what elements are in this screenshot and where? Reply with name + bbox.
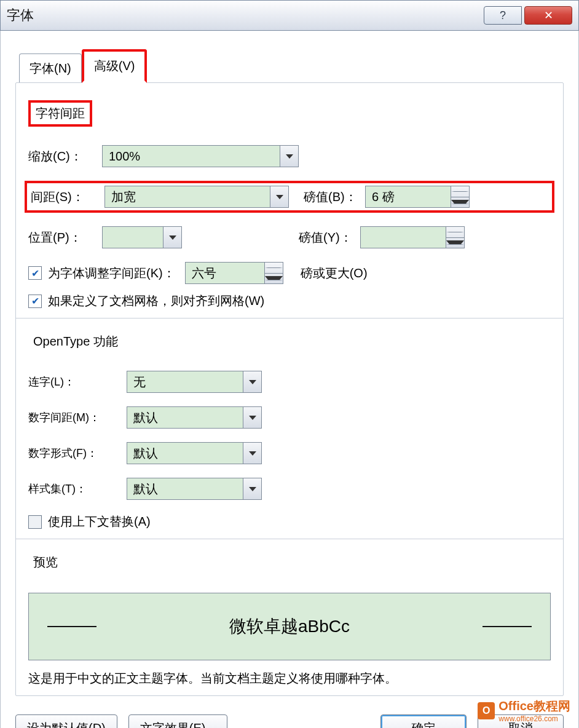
ligatures-combo[interactable]: 无: [127, 371, 262, 393]
num-form-label: 数字形式(F)：: [28, 446, 127, 461]
num-form-value: 默认: [127, 443, 243, 464]
by-y-value: [361, 227, 446, 248]
kerning-label: 为字体调整字间距(K)：: [48, 265, 175, 282]
spin-up-icon[interactable]: [446, 227, 464, 238]
ok-button[interactable]: 确定: [380, 714, 467, 728]
style-set-combo[interactable]: 默认: [127, 478, 262, 500]
dialog-panel: 字符间距 缩放(C)： 100% 间距(S)： 加宽 磅值(B)： 6 磅: [15, 82, 564, 696]
section-char-spacing: 字符间距: [28, 100, 92, 127]
num-spacing-combo[interactable]: 默认: [127, 406, 262, 429]
scale-value: 100%: [103, 146, 280, 167]
kerning-checkbox[interactable]: ✔: [28, 266, 42, 280]
style-set-value: 默认: [127, 478, 243, 499]
ligatures-value: 无: [127, 371, 243, 392]
by-b-value: 6 磅: [366, 186, 451, 207]
logo-icon: O: [478, 702, 495, 719]
by-y-spinner[interactable]: [360, 226, 465, 248]
watermark-name: Office教程网: [498, 699, 570, 713]
spin-down-icon[interactable]: [265, 274, 283, 284]
chevron-down-icon[interactable]: [243, 407, 261, 428]
by-b-label: 磅值(B)：: [304, 189, 365, 205]
spin-down-icon[interactable]: [451, 197, 469, 208]
section-preview: 预览: [28, 552, 63, 573]
contextual-label: 使用上下文替换(A): [48, 513, 151, 530]
kerning-value: 六号: [186, 263, 264, 283]
style-set-label: 样式集(T)：: [28, 481, 127, 496]
scale-label: 缩放(C)：: [28, 148, 102, 165]
scale-combo[interactable]: 100%: [102, 145, 299, 167]
spacing-value: 加宽: [105, 186, 270, 207]
position-value: [103, 227, 163, 248]
chevron-down-icon[interactable]: [243, 478, 261, 499]
help-button[interactable]: ?: [484, 6, 522, 25]
watermark-url: www.office26.com: [498, 714, 570, 723]
dialog-title: 字体: [7, 6, 34, 25]
set-default-button[interactable]: 设为默认值(D): [15, 714, 117, 728]
chevron-down-icon[interactable]: [243, 371, 261, 392]
by-b-spinner[interactable]: 6 磅: [365, 186, 470, 208]
preview-sample: 微软卓越aBbCc: [96, 615, 482, 638]
spacing-label: 间距(S)：: [31, 189, 104, 205]
ligatures-label: 连字(L)：: [28, 374, 127, 389]
chevron-down-icon[interactable]: [243, 443, 261, 464]
close-button[interactable]: ✕: [524, 6, 572, 25]
text-effects-button[interactable]: 文字效果(E)...: [128, 714, 227, 728]
by-y-label: 磅值(Y)：: [299, 229, 360, 246]
chevron-down-icon[interactable]: [163, 227, 181, 248]
spacing-combo[interactable]: 加宽: [104, 186, 289, 208]
position-label: 位置(P)：: [28, 229, 102, 246]
num-spacing-label: 数字间距(M)：: [28, 410, 127, 425]
snap-grid-label: 如果定义了文档网格，则对齐到网格(W): [48, 293, 264, 309]
spin-down-icon[interactable]: [446, 238, 464, 248]
kerning-spinner[interactable]: 六号: [185, 262, 283, 284]
preview-box: 微软卓越aBbCc: [28, 593, 551, 660]
section-opentype: OpenType 功能: [28, 331, 123, 352]
position-combo[interactable]: [102, 226, 182, 248]
preview-line-left: [47, 626, 96, 627]
tab-font[interactable]: 字体(N): [19, 53, 82, 83]
preview-line-right: [482, 626, 532, 627]
tab-advanced[interactable]: 高级(V): [82, 49, 148, 83]
chevron-down-icon[interactable]: [270, 186, 288, 207]
titlebar: 字体 ? ✕: [0, 0, 579, 31]
kerning-suffix: 磅或更大(O): [301, 265, 368, 282]
num-form-combo[interactable]: 默认: [127, 442, 262, 464]
contextual-checkbox[interactable]: ✔: [28, 515, 42, 529]
snap-grid-checkbox[interactable]: ✔: [28, 295, 42, 308]
num-spacing-value: 默认: [127, 407, 243, 428]
spin-up-icon[interactable]: [451, 186, 469, 197]
preview-desc: 这是用于中文的正文主题字体。当前文档主题定义将使用哪种字体。: [28, 670, 551, 687]
spin-up-icon[interactable]: [265, 263, 283, 274]
chevron-down-icon[interactable]: [280, 146, 298, 167]
watermark: O Office教程网 www.office26.com: [478, 698, 570, 723]
